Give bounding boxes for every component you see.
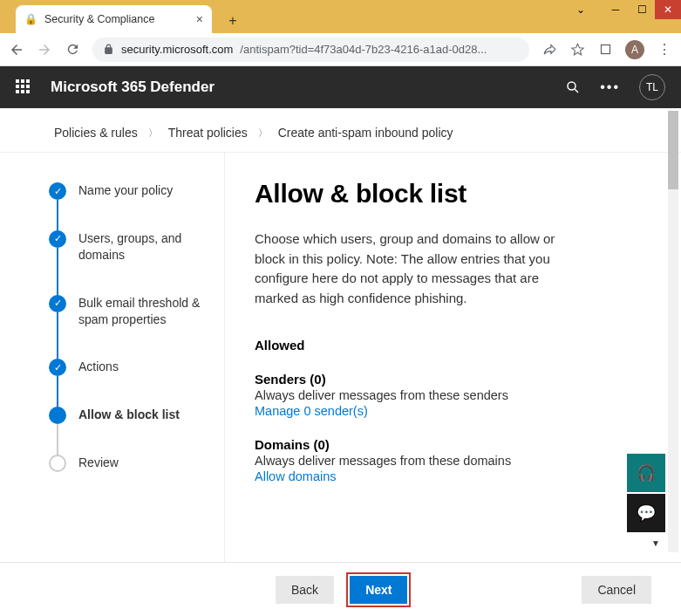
help-button[interactable]: 🎧 [627,454,665,492]
page-description: Choose which users, group and domains to… [255,229,586,308]
wizard-step-review[interactable]: Review [49,455,207,503]
bullet-icon [49,455,66,472]
lock-icon [103,44,114,55]
app-header: Microsoft 365 Defender ••• TL [0,66,681,108]
more-icon[interactable]: ••• [600,79,620,95]
bullet-icon [49,407,66,424]
allow-domains-link[interactable]: Allow domains [255,469,651,483]
wizard-step-name[interactable]: ✓ Name your policy [49,182,207,230]
page-title: Allow & block list [255,179,651,209]
breadcrumb-item[interactable]: Policies & rules [54,126,138,140]
cancel-button[interactable]: Cancel [582,576,651,604]
check-icon: ✓ [49,359,66,376]
window-maximize-button[interactable]: ☐ [629,0,655,19]
headset-icon: 🎧 [637,463,656,483]
tab-title: Security & Compliance [44,13,154,25]
back-button[interactable] [9,42,24,58]
senders-description: Always deliver messages from these sende… [255,388,651,402]
svg-line-2 [575,89,578,92]
page-body: Policies & rules 〉 Threat policies 〉 Cre… [0,108,681,616]
lock-icon: 🔒 [24,13,37,25]
wizard-step-allowblock[interactable]: Allow & block list [49,407,207,455]
wizard-step-bulk[interactable]: ✓ Bulk email threshold & spam properties [49,295,207,359]
feedback-button[interactable]: 💬 [627,494,665,532]
close-icon[interactable]: × [196,12,203,26]
reload-button[interactable] [65,42,80,58]
forward-button[interactable] [37,42,52,58]
senders-heading: Senders (0) [255,372,651,387]
search-icon[interactable] [565,79,581,95]
check-icon: ✓ [49,182,66,200]
breadcrumb-item: Create anti-spam inbound policy [278,126,453,140]
breadcrumb: Policies & rules 〉 Threat policies 〉 Cre… [0,108,681,152]
user-avatar[interactable]: TL [639,74,665,100]
manage-senders-link[interactable]: Manage 0 sender(s) [255,404,651,418]
tab-dropdown[interactable]: ⌄ [559,0,603,19]
app-launcher-icon[interactable] [16,79,31,95]
address-bar[interactable]: security.microsoft.com/antispam?tid=4f73… [92,38,529,62]
chat-icon: 💬 [637,503,656,523]
svg-point-1 [568,82,575,90]
menu-icon[interactable]: ⋮ [657,42,672,58]
url-host: security.microsoft.com [121,43,233,56]
main-panel: Allow & block list Choose which users, g… [225,153,681,562]
allowed-heading: Allowed [255,338,651,352]
next-button[interactable]: Next [350,576,407,604]
new-tab-button[interactable]: + [221,9,245,33]
check-icon: ✓ [49,230,66,248]
browser-toolbar: security.microsoft.com/antispam?tid=4f73… [0,33,681,66]
wizard-step-users[interactable]: ✓ Users, groups, and domains [49,230,207,295]
wizard-step-actions[interactable]: ✓ Actions [49,359,207,407]
check-icon: ✓ [49,295,66,312]
wizard-footer: Back Next Cancel [0,562,681,616]
bookmark-icon[interactable] [569,42,585,58]
chevron-right-icon: 〉 [258,127,268,140]
domains-heading: Domains (0) [255,437,651,452]
window-close-button[interactable]: ✕ [655,0,681,19]
url-path: /antispam?tid=4f73a04d-7b23-4216-a1ad-0d… [240,43,487,56]
wizard-nav: ✓ Name your policy ✓ Users, groups, and … [0,153,225,562]
browser-tab[interactable]: 🔒 Security & Compliance × [16,5,212,33]
app-brand: Microsoft 365 Defender [51,79,215,96]
extensions-icon[interactable] [597,42,613,58]
svg-rect-0 [601,45,609,54]
next-button-highlight: Next [346,572,411,607]
chevron-down-icon[interactable]: ▼ [651,538,660,548]
profile-avatar[interactable]: A [625,40,644,59]
share-icon[interactable] [541,42,557,58]
window-minimize-button[interactable]: ─ [603,0,629,19]
domains-description: Always deliver messages from these domai… [255,454,651,468]
back-button[interactable]: Back [276,576,334,604]
chevron-right-icon: 〉 [148,127,158,140]
breadcrumb-item[interactable]: Threat policies [168,126,248,140]
